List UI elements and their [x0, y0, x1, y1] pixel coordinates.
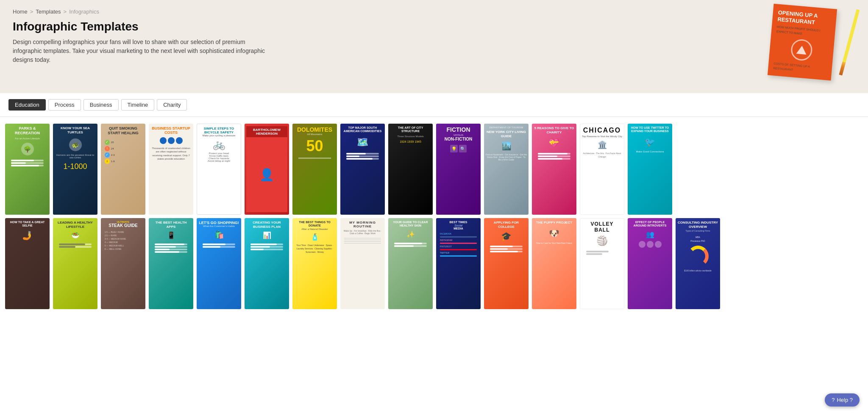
card-consulting[interactable]: Consulting Industry Overview Types of Co… — [676, 218, 720, 309]
breadcrumb-current: Infographics — [69, 8, 99, 15]
breadcrumb-sep1: > — [30, 8, 33, 15]
card-city-structure[interactable]: The Art of City Structure Three Structur… — [388, 124, 433, 215]
card-sea-turtles[interactable]: Know Your Sea Turtles 🐢 Humans are the g… — [53, 124, 97, 215]
template-row-1: Parks & Recreation For an Active Lifesty… — [5, 124, 863, 215]
hero-decorative-card: OPENING UP A RESTAURANT HOW MUCH PROFIT … — [768, 4, 837, 81]
card-health-apps[interactable]: The Best Health Apps 📱 — [149, 218, 193, 309]
breadcrumb-templates[interactable]: Templates — [36, 8, 61, 15]
filter-timeline[interactable]: Timeline — [121, 99, 155, 111]
card-best-donate[interactable]: The Best Things to Donate After a Natura… — [292, 218, 337, 309]
filter-charity[interactable]: Charity — [157, 99, 187, 111]
card-dolomites[interactable]: Dolomites All Mountains 50 — [292, 124, 337, 215]
card-volleyball[interactable]: VOLLEY BALL 🏐 — [580, 218, 624, 309]
card-introverts[interactable]: Effect of People Around Introverts 👥 — [628, 218, 672, 309]
hero-card-title: OPENING UP A RESTAURANT — [777, 9, 832, 27]
filter-bar: Education Process Business Timeline Char… — [0, 93, 868, 117]
card-chicago[interactable]: Chicago Top Reasons to Visit the Windy C… — [580, 124, 624, 215]
card-charity[interactable]: 5 Reasons to Give to Charity 💝 — [532, 124, 576, 215]
card-shopping[interactable]: LET'S GO SHOPPING! What Are Customer's H… — [197, 218, 241, 309]
template-row-2: How to Take a Great Selfie 🤳 Leading a H… — [5, 218, 863, 309]
breadcrumb: Home > Templates > Infographics — [13, 8, 855, 15]
card-clear-skin[interactable]: Your Guide to Clear Healthy Skin ✨ — [388, 218, 433, 309]
card-twitter-business[interactable]: How to Use Twitter to Expand Your Busine… — [628, 124, 672, 215]
breadcrumb-home[interactable]: Home — [13, 8, 28, 15]
card-bicycle-safety[interactable]: Simple Steps to Bicycle Safety Make your… — [197, 124, 241, 215]
filter-process[interactable]: Process — [48, 99, 81, 111]
page-title: Infographic Templates — [13, 20, 855, 33]
card-morning-routine[interactable]: My Morning Routine Wake Up · For breakfa… — [340, 218, 385, 309]
card-healthy-lifestyle[interactable]: Leading a Healthy Lifestyle 🥗 — [53, 218, 97, 309]
card-puppy-project[interactable]: The Puppy Project 🐶 How to Care for Your… — [532, 218, 576, 309]
card-business-startup[interactable]: Business Startup Costs Thousands of unat… — [149, 124, 193, 215]
filter-business[interactable]: Business — [83, 99, 119, 111]
filter-education[interactable]: Education — [8, 99, 46, 111]
card-south-american[interactable]: Top Major South American Commodities 🗺️ — [340, 124, 385, 215]
template-grid: Parks & Recreation For an Active Lifesty… — [0, 117, 868, 319]
card-parks-recreation[interactable]: Parks & Recreation For an Active Lifesty… — [5, 124, 50, 215]
hero-section: Home > Templates > Infographics Infograp… — [0, 0, 868, 93]
hero-card-subtitle: HOW MUCH PROFIT SHOULD I EXPECT TO MAKE — [776, 25, 830, 39]
card-fiction-nonfiction[interactable]: FICTION versus NON-FICTION 💡 🔍 — [436, 124, 481, 215]
card-great-selfie[interactable]: How to Take a Great Selfie 🤳 — [5, 218, 50, 309]
hero-description: Design compelling infographics your fans… — [13, 38, 275, 64]
card-quit-smoking[interactable]: Quit Smoking Start Healing ✓ 20 ! 24 ✓ 2… — [101, 124, 145, 215]
card-business-plan[interactable]: Creating Your Business Plan 📊 — [245, 218, 289, 309]
breadcrumb-sep2: > — [64, 8, 67, 15]
card-social-media-times[interactable]: BEST TIMES Social MEDIA FACEBOOK INSTAGR… — [436, 218, 481, 309]
card-steak-guide[interactable]: Ultimate STEAK GUIDE 1.5 — BLEU / RARE 2… — [101, 218, 145, 309]
pencil-decoration — [839, 9, 860, 76]
card-nyc-guide[interactable]: DEPARTMENT OF TOURISM New York City Livi… — [484, 124, 529, 215]
card-college[interactable]: Applying for College 🎓 — [484, 218, 529, 309]
card-bartholomew[interactable]: Bartholomew Henderson 👤 — [245, 124, 289, 215]
